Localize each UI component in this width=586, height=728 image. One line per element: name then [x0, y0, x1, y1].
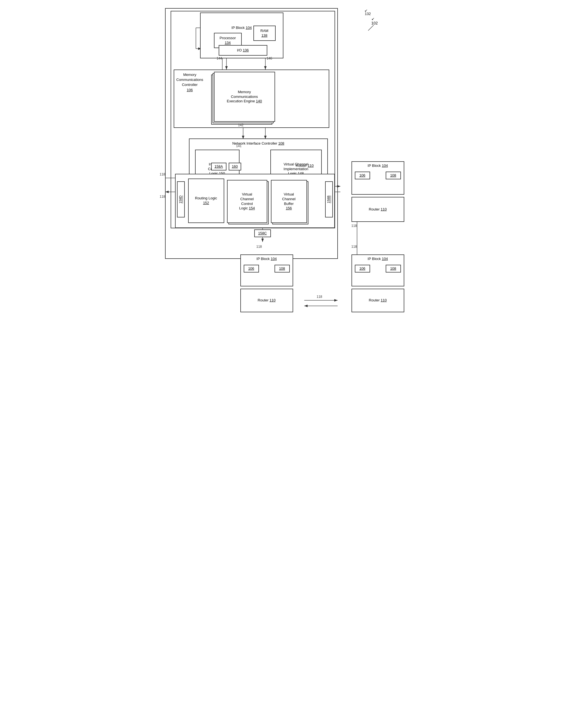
box-158d: 158D — [177, 181, 185, 218]
routing-logic-label: Routing Logic152 — [195, 196, 217, 205]
label-158b: 158B — [327, 196, 331, 203]
label-118-bottom-horiz: 118 — [317, 295, 322, 299]
label-158a: 158A — [214, 164, 223, 169]
ref108-br: 108 — [386, 265, 401, 273]
ref106-bm-label: 106 — [248, 267, 254, 271]
box-158c: 158C — [254, 229, 271, 237]
ref106-rt-label: 106 — [359, 173, 365, 178]
ref108-rt: 108 — [386, 172, 401, 179]
mcc-label: MemoryCommunicationsController106 — [177, 72, 204, 93]
router-right-top-label: Router 110 — [369, 207, 387, 212]
routing-logic-box: Routing Logic152 — [188, 178, 224, 223]
box-158a: 158A — [211, 163, 227, 171]
ram-label: RAM138 — [260, 29, 268, 38]
ref108-br-label: 108 — [390, 267, 396, 271]
ref-132-arrow: ↙ — [365, 8, 368, 12]
router-main-box: 158D Routing Logic152 VirtualChannelCont… — [175, 174, 335, 228]
router-bottom-mid: Router 110 — [240, 288, 293, 312]
ip-block-right-top: IP Block 104 106 108 — [351, 161, 404, 195]
ref-102-arrow: ↙ — [372, 17, 375, 21]
ref108-rt-label: 108 — [390, 173, 396, 178]
io-label: I/O 136 — [237, 48, 249, 53]
label-158d: 158D — [179, 196, 183, 204]
mcee-box: MemoryCommunicationsExecution Engine 140 — [214, 72, 275, 122]
router-bottom-right-label: Router 110 — [369, 298, 387, 303]
ref108-bm-label: 108 — [279, 267, 285, 271]
box-160: 160 — [229, 163, 241, 171]
ref106-br: 106 — [355, 265, 370, 273]
ip-block-bottom-right: IP Block 104 106 108 — [351, 254, 404, 286]
label-118-left-upper: 118 — [160, 172, 165, 176]
router-bottom-mid-label: Router 110 — [258, 298, 275, 303]
ip-block-bottom-mid-label: IP Block 104 — [257, 257, 277, 261]
label-118-left-lower: 118 — [160, 195, 165, 199]
ref-102: 102 — [371, 21, 378, 25]
vcctl-box: VirtualChannelControlLogic 154 — [227, 180, 267, 223]
router110-label: Router 110 — [296, 164, 314, 168]
processor-label: Processor134 — [219, 36, 236, 45]
router-bottom-right: Router 110 — [351, 288, 404, 312]
label-141: 141 — [236, 144, 242, 148]
ram-box: RAM138 — [254, 26, 276, 41]
io-box: I/O 136 — [219, 45, 267, 56]
label-160: 160 — [232, 164, 238, 169]
ref106-rt: 106 — [355, 172, 370, 179]
label-158c: 158C — [258, 231, 267, 236]
label-142: 142 — [238, 123, 244, 127]
ip-block-top-label: IP Block 104 — [232, 26, 252, 30]
label-118-right: 118 — [351, 224, 357, 228]
ip-block-bottom-right-label: IP Block 104 — [368, 257, 388, 261]
ref106-bm: 106 — [244, 265, 259, 273]
box-158b: 158B — [325, 181, 333, 218]
ip-block-right-top-label: IP Block 104 — [368, 164, 388, 168]
svg-line-29 — [368, 25, 374, 31]
ip-block-bottom-mid: IP Block 104 106 108 — [240, 254, 293, 286]
ref106-br-label: 106 — [359, 267, 365, 271]
router-right-top: Router 110 — [351, 197, 404, 222]
label-144: 144 — [217, 56, 222, 60]
label-146: 146 — [267, 56, 272, 60]
vcbuf-box: VirtualChannelBuffer156 — [271, 180, 307, 223]
vcctl-label: VirtualChannelControlLogic 154 — [239, 192, 255, 211]
ref108-bm: 108 — [274, 265, 290, 273]
mcee-label: MemoryCommunicationsExecution Engine 140 — [227, 90, 262, 104]
label-118-bottom: 118 — [257, 245, 262, 249]
label-118-bottom-right: 118 — [351, 245, 357, 249]
ip-block-top: IP Block 104 Processor134 RAM138 I/O 136 — [200, 12, 284, 58]
vcbuf-label: VirtualChannelBuffer156 — [282, 192, 295, 211]
